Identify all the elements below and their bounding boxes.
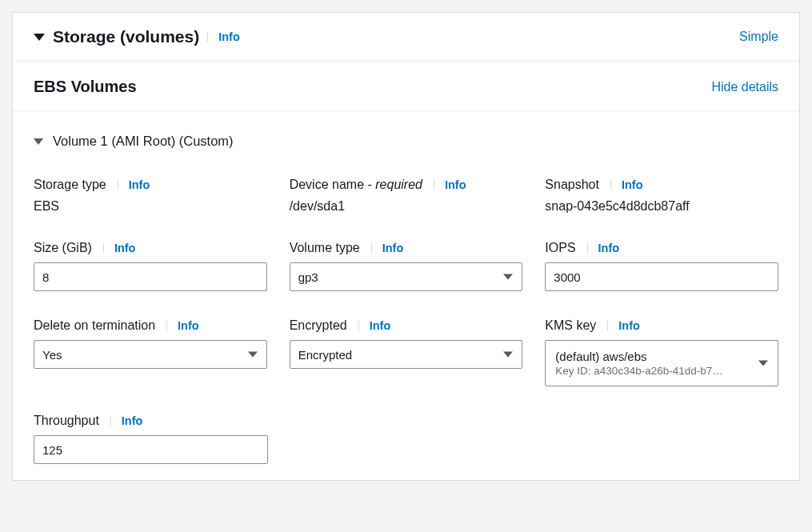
- storage-type-value: EBS: [34, 199, 267, 214]
- chevron-down-icon: [758, 361, 768, 366]
- field-snapshot: Snapshot Info snap-043e5c4d8dcb87aff: [545, 178, 778, 214]
- info-link-snapshot[interactable]: Info: [610, 178, 643, 191]
- iops-label: IOPS: [545, 241, 575, 255]
- panel-title-wrap[interactable]: Storage (volumes) Info: [34, 27, 240, 46]
- section-header: EBS Volumes Hide details: [13, 62, 799, 111]
- volume-type-value: gp3: [298, 270, 318, 284]
- kms-label: KMS key: [545, 318, 596, 333]
- encrypted-value: Encrypted: [298, 348, 353, 362]
- field-device-name: Device name - required Info /dev/sda1: [290, 178, 523, 214]
- device-name-label: Device name - required: [290, 178, 422, 192]
- storage-panel: Storage (volumes) Info Simple EBS Volume…: [12, 12, 800, 481]
- field-size: Size (GiB) Info: [34, 241, 267, 291]
- field-kms: KMS key Info (default) aws/ebs Key ID: a…: [545, 318, 778, 386]
- info-link-volume-type[interactable]: Info: [371, 242, 404, 254]
- panel-title: Storage (volumes): [53, 27, 199, 46]
- field-throughput: Throughput Info: [34, 414, 268, 464]
- field-encrypted: Encrypted Info Encrypted: [290, 318, 523, 386]
- delete-termination-label: Delete on termination: [34, 318, 155, 333]
- volume-type-select[interactable]: gp3: [290, 262, 523, 291]
- ebs-volumes-title: EBS Volumes: [34, 78, 137, 96]
- encrypted-label: Encrypted: [290, 318, 347, 333]
- info-link-device-name[interactable]: Info: [434, 178, 466, 191]
- info-link-storage-type[interactable]: Info: [118, 178, 150, 191]
- caret-down-icon: [34, 138, 43, 145]
- throughput-input[interactable]: [34, 435, 268, 464]
- size-label: Size (GiB): [34, 241, 92, 255]
- kms-select[interactable]: (default) aws/ebs Key ID: a430c34b-a26b-…: [545, 340, 778, 386]
- device-name-value: /dev/sda1: [290, 199, 523, 214]
- field-delete-termination: Delete on termination Info Yes: [34, 318, 267, 386]
- storage-type-label: Storage type: [34, 178, 106, 192]
- fields-grid: Storage type Info EBS Device name - requ…: [34, 178, 778, 386]
- delete-termination-value: Yes: [42, 348, 62, 362]
- delete-termination-select[interactable]: Yes: [34, 340, 267, 369]
- kms-sub: Key ID: a430c34b-a26b-41dd-b7…: [555, 365, 749, 377]
- info-link-throughput[interactable]: Info: [110, 414, 143, 427]
- simple-link[interactable]: Simple: [739, 30, 778, 44]
- iops-input[interactable]: [545, 262, 778, 291]
- caret-down-icon: [34, 34, 45, 41]
- volume-title: Volume 1 (AMI Root) (Custom): [53, 134, 234, 149]
- volume-header[interactable]: Volume 1 (AMI Root) (Custom): [34, 134, 778, 149]
- field-volume-type: Volume type Info gp3: [290, 241, 523, 291]
- info-link-kms[interactable]: Info: [607, 319, 640, 332]
- kms-value: (default) aws/ebs: [555, 350, 749, 363]
- hide-details-link[interactable]: Hide details: [711, 80, 778, 94]
- field-storage-type: Storage type Info EBS: [34, 178, 267, 214]
- panel-header: Storage (volumes) Info Simple: [13, 13, 799, 62]
- volume-type-label: Volume type: [290, 241, 360, 255]
- info-link-size[interactable]: Info: [103, 242, 136, 254]
- snapshot-value: snap-043e5c4d8dcb87aff: [545, 199, 778, 214]
- info-link-header[interactable]: Info: [207, 30, 240, 43]
- info-link-iops[interactable]: Info: [587, 242, 620, 254]
- size-input[interactable]: [34, 262, 267, 291]
- encrypted-select[interactable]: Encrypted: [290, 340, 523, 369]
- snapshot-label: Snapshot: [545, 178, 599, 192]
- info-link-delete-termination[interactable]: Info: [166, 319, 199, 332]
- info-link-encrypted[interactable]: Info: [358, 319, 391, 332]
- field-iops: IOPS Info: [545, 241, 778, 291]
- throughput-label: Throughput: [34, 414, 99, 428]
- volume-block: Volume 1 (AMI Root) (Custom) Storage typ…: [13, 111, 799, 480]
